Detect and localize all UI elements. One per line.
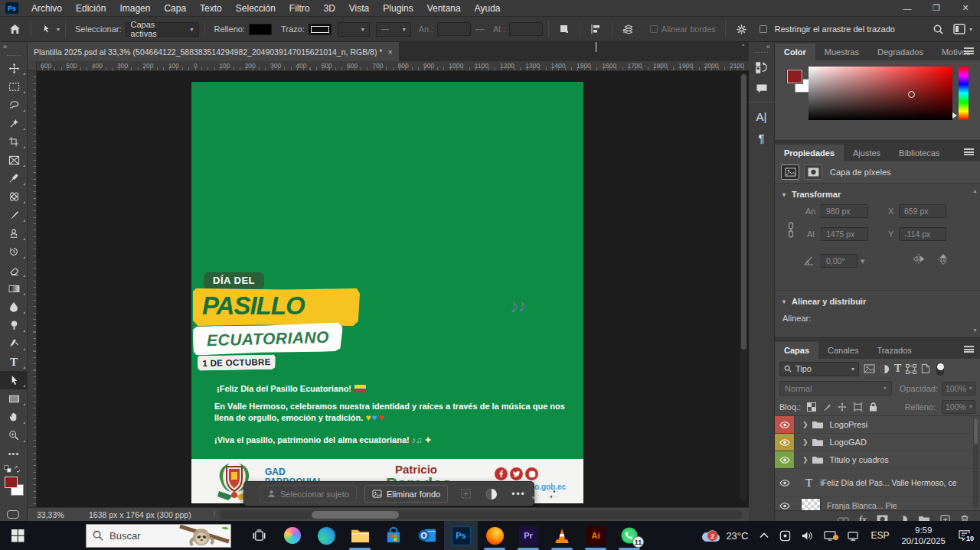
transform-section-header[interactable]: ▾Transformar [775, 184, 980, 203]
type-tool[interactable]: T [0, 353, 28, 371]
layer-row-franja[interactable]: Franja Blanca... Pie [775, 497, 980, 510]
minimize-icon[interactable]: — [893, 0, 922, 17]
seleccionar-dropdown[interactable]: Capas activas ▾ [126, 22, 199, 37]
hue-slider-marker[interactable] [952, 112, 957, 119]
tray-app-icon[interactable] [774, 530, 796, 542]
more-options-icon[interactable]: ••• [511, 489, 526, 500]
clone-stamp-tool[interactable] [0, 224, 28, 242]
character-panel-icon[interactable]: A| [749, 106, 774, 127]
horizontal-ruler[interactable]: 6005004003002001000100200300400500600700… [28, 61, 749, 71]
tab-degradados[interactable]: Degradados [868, 44, 933, 60]
close-icon[interactable]: ✕ [951, 0, 980, 17]
menu-item[interactable]: Vista [342, 3, 376, 14]
vertical-ruler[interactable] [28, 71, 37, 507]
whatsapp-icon[interactable]: 11 [612, 521, 646, 550]
path-arrangement-icon[interactable] [622, 24, 635, 35]
network-icon[interactable] [841, 531, 864, 541]
screen-share-icon[interactable] [818, 531, 841, 541]
menu-item[interactable]: Selección [229, 3, 283, 14]
filter-smart-object-icon[interactable] [921, 363, 930, 374]
tab-canales[interactable]: Canales [818, 342, 867, 359]
pixel-layer-thumb-icon[interactable] [781, 164, 799, 180]
vertical-scrollbar[interactable] [740, 73, 747, 501]
menu-item[interactable]: Archivo [24, 3, 69, 14]
layers-scrollbar-thumb[interactable] [974, 418, 978, 444]
move-tool[interactable] [0, 59, 28, 77]
lock-position-icon[interactable] [838, 402, 847, 412]
menu-item[interactable]: Imagen [113, 3, 157, 14]
gear-icon[interactable] [736, 24, 747, 35]
zoom-tool[interactable] [0, 426, 28, 444]
expand-group-icon[interactable]: ❯ [802, 438, 808, 446]
pen-tool[interactable] [0, 334, 28, 353]
filter-type-icon[interactable]: T [894, 363, 901, 375]
link-dimensions-icon[interactable] [787, 222, 795, 239]
tab-muestras[interactable]: Muestras [815, 44, 868, 60]
rectangle-tool[interactable] [0, 389, 28, 408]
lock-artboard-icon[interactable] [853, 402, 863, 412]
scroll-down-icon[interactable]: ▼ [972, 327, 978, 333]
remove-background-button[interactable]: Eliminar fondo [364, 485, 448, 503]
layer-filter-dropdown[interactable]: Tipo ▾ [779, 362, 859, 376]
object-selection-tool[interactable] [0, 114, 28, 132]
expand-group-icon[interactable]: ❯ [802, 421, 808, 428]
scroll-up-icon[interactable]: ▲ [972, 188, 978, 194]
spot-healing-tool[interactable] [0, 187, 28, 206]
language-indicator[interactable]: ESP [864, 530, 895, 541]
lock-all-icon[interactable] [869, 402, 877, 412]
marquee-tool[interactable] [0, 77, 28, 96]
expand-group-icon[interactable]: ❯ [802, 456, 808, 464]
visibility-eye-icon[interactable] [775, 451, 795, 468]
start-button[interactable] [0, 521, 35, 550]
vertical-scrollbar-thumb[interactable] [741, 74, 746, 350]
flip-horizontal-icon[interactable] [913, 254, 925, 265]
clock[interactable]: 9:59 20/10/2025 [895, 525, 952, 546]
home-icon[interactable] [9, 24, 21, 34]
lasso-tool[interactable] [0, 96, 28, 114]
tab-color[interactable]: Color [775, 44, 815, 60]
canvas-area[interactable]: DÍA DEL PASILLO ♪♪ ECUATORIANO 1 DE OCTU… [28, 71, 749, 507]
menu-item[interactable]: Filtro [283, 3, 317, 14]
tab-ajustes[interactable]: Ajustes [844, 145, 890, 161]
firefox-icon[interactable] [478, 521, 511, 550]
photoshop-taskbar-icon[interactable]: Ps [444, 521, 478, 550]
volume-icon[interactable] [796, 531, 818, 541]
menu-item[interactable]: Plugins [376, 3, 420, 14]
horizontal-scrollbar-thumb[interactable] [312, 511, 399, 519]
file-explorer-icon[interactable] [343, 521, 377, 550]
copilot-icon[interactable] [276, 521, 309, 550]
foreground-color-swatch[interactable] [5, 477, 18, 488]
fill-swatch[interactable] [249, 24, 272, 35]
edit-toolbar-button[interactable]: ••• [0, 444, 28, 463]
tab-close-icon[interactable]: × [387, 47, 392, 57]
brush-tool[interactable] [0, 206, 28, 224]
layer-row-logopresi[interactable]: ❯ LogoPresi [775, 416, 980, 434]
move-tool-dropdown-icon[interactable]: ▾ [57, 26, 60, 33]
workspace-dropdown-icon[interactable]: ▾ [969, 26, 972, 33]
path-alignment-icon[interactable] [590, 24, 602, 34]
menu-item[interactable]: Texto [193, 3, 229, 14]
zoom-level-field[interactable]: 33,33% [37, 510, 81, 519]
move-tool-icon[interactable] [41, 24, 52, 34]
panel-menu-icon[interactable] [964, 47, 974, 54]
visibility-eye-icon[interactable] [775, 434, 795, 451]
toolbar-expand-icon[interactable]: » [0, 42, 27, 53]
mask-thumb-icon[interactable] [804, 164, 822, 180]
color-picker-ring[interactable] [908, 91, 915, 98]
layer-row-text[interactable]: T iFeliz Día del Pas... Valle Hermoso, c… [775, 469, 980, 497]
panel-menu-icon[interactable] [964, 148, 974, 155]
properties-sliders-icon[interactable] [547, 489, 559, 500]
frame-tool[interactable] [0, 151, 28, 169]
lock-pixels-icon[interactable] [822, 402, 831, 412]
stroke-swatch[interactable] [309, 24, 332, 35]
search-icon[interactable] [933, 24, 944, 35]
tab-trazados[interactable]: Trazados [867, 342, 920, 359]
workspace-icon[interactable] [953, 24, 966, 34]
restore-icon[interactable]: ❐ [922, 0, 951, 17]
crop-tool[interactable] [0, 132, 28, 151]
outlook-icon[interactable]: O [410, 521, 444, 550]
hand-tool[interactable] [0, 408, 28, 426]
search-box[interactable]: Buscar [86, 524, 231, 548]
menu-item[interactable]: Ayuda [468, 3, 508, 14]
paragraph-panel-icon[interactable]: ¶ [749, 127, 774, 148]
